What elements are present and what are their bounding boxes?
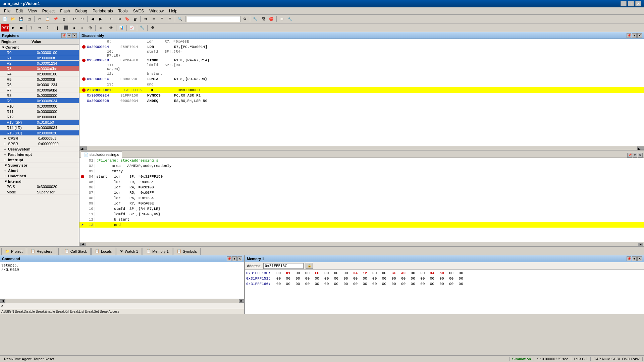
mem-float[interactable]: ▼ — [632, 256, 637, 261]
tab-registers[interactable]: 📋 Registers — [27, 248, 56, 255]
reset-button[interactable]: RST — [1, 24, 9, 32]
open-button[interactable]: 📂 — [9, 15, 17, 23]
cmd-hscroll-left[interactable]: ◀ — [0, 299, 5, 303]
minimize-button[interactable]: ─ — [621, 1, 627, 6]
cmd-float[interactable]: ▼ — [232, 256, 237, 261]
src-gutter-13[interactable]: ➤ — [79, 223, 86, 228]
disasm-pin[interactable]: 📌 — [627, 33, 631, 38]
reg-r5[interactable]: R5 0x000000ff — [0, 77, 79, 82]
expand-irq-icon[interactable]: + — [4, 158, 8, 162]
undo-button[interactable]: ↩ — [70, 15, 78, 23]
cmd-pin[interactable]: 📌 — [227, 256, 231, 261]
disasm-hscroll-left[interactable]: ◀ — [80, 146, 87, 150]
rebuild-button[interactable]: 🏗 — [260, 15, 267, 23]
expand-fiq-icon[interactable]: + — [4, 153, 8, 157]
run-to-cursor[interactable]: →| — [52, 24, 59, 32]
mem-pin[interactable]: 📌 — [627, 256, 631, 261]
enable-bp[interactable]: ◎ — [87, 24, 94, 32]
reg-r15[interactable]: R15 (PC) 0x30000020 — [0, 130, 79, 136]
src-gutter-04[interactable] — [79, 175, 86, 178]
expand-svc-icon[interactable]: ▼ — [4, 163, 8, 167]
show-watch[interactable]: 👁 — [107, 24, 115, 32]
reg-r2[interactable]: R2 0x00001234 — [0, 61, 79, 66]
reg-group-current[interactable]: ▼ Current — [0, 45, 79, 50]
src-float[interactable]: ▼ — [633, 153, 637, 158]
reg-r8[interactable]: R8 0x00000000 — [0, 93, 79, 98]
tab-project[interactable]: 📁 Project — [1, 248, 26, 255]
source-content[interactable]: 01 ;Filename: stackaddressing.s 02 area … — [79, 158, 644, 242]
menu-window[interactable]: Window — [147, 8, 166, 14]
build-button[interactable]: 🔧 — [252, 15, 259, 23]
reg-group-abt[interactable]: + Abort — [0, 168, 79, 173]
reg-r13[interactable]: R13 (SP) 0x31fff150 — [0, 120, 79, 125]
reg-r9[interactable]: R9 0x00008034 — [0, 98, 79, 104]
src-hscrollbar[interactable]: ◀ ▶ — [79, 242, 644, 246]
target-options[interactable]: ⚙ — [241, 15, 249, 23]
menu-edit[interactable]: Edit — [13, 8, 25, 14]
reg-group-und[interactable]: + Undefined — [0, 173, 79, 179]
source-tab-stackaddressing[interactable]: 📄 stackaddressing.s — [81, 152, 122, 158]
reg-group-internal[interactable]: ▼ Internal — [0, 179, 79, 184]
reg-group-fiq[interactable]: + Fast Interrupt — [0, 152, 79, 157]
reg-pin-btn[interactable]: 📌 — [61, 33, 66, 38]
show-logic[interactable]: 📈 — [128, 24, 136, 32]
cmd-input[interactable] — [5, 304, 243, 308]
reg-scroll[interactable]: ▼ Current R0 0x00000100 R1 0x000000ff R2… — [0, 45, 79, 246]
menu-svcs[interactable]: SVCS — [130, 8, 147, 14]
src-close[interactable]: ✕ — [638, 153, 643, 158]
save-all-button[interactable]: 🗂 — [25, 15, 33, 23]
reg-group-irq[interactable]: + Interrupt — [0, 157, 79, 163]
mem-addr-input[interactable] — [263, 263, 304, 269]
run-button[interactable]: ▶ — [9, 24, 17, 32]
menu-debug[interactable]: Debug — [73, 8, 90, 14]
save-button[interactable]: 💾 — [17, 15, 25, 23]
expand-und-icon[interactable]: + — [4, 174, 8, 178]
close-button[interactable]: ✕ — [635, 1, 641, 6]
customize-button[interactable]: 🔧 — [286, 15, 293, 23]
reg-r11[interactable]: R11 0x00000000 — [0, 109, 79, 114]
step-out[interactable]: ⤴ — [44, 24, 51, 32]
show-disasm[interactable]: ≡ — [97, 24, 104, 32]
menu-help[interactable]: Help — [166, 8, 180, 14]
expand-cpsr-icon[interactable]: + — [4, 136, 8, 140]
menu-project[interactable]: Project — [40, 8, 57, 14]
reg-r12[interactable]: R12 0x00000000 — [0, 114, 79, 120]
disasm-close[interactable]: ✕ — [637, 33, 642, 38]
bookmark-next[interactable]: ⇥ — [115, 15, 123, 23]
uncomment-button[interactable]: // — [166, 15, 173, 23]
disasm-hscrollbar[interactable]: ◀ ▶ — [79, 146, 644, 150]
mem-close[interactable]: ✕ — [637, 256, 642, 261]
src-pin[interactable]: 📌 — [627, 153, 632, 158]
target-select[interactable] — [187, 16, 240, 22]
reg-r3[interactable]: R3 0x0000a0be — [0, 66, 79, 71]
expand-abt-icon[interactable]: + — [4, 169, 8, 173]
reg-group-svc[interactable]: ▼ Supervisor — [0, 163, 79, 168]
stop-build[interactable]: ⛔ — [268, 15, 275, 23]
comment-button[interactable]: // — [158, 15, 165, 23]
redo-button[interactable]: ↪ — [78, 15, 86, 23]
print-button[interactable]: 🖨 — [60, 15, 67, 23]
disasm-hscroll-right[interactable]: ▶ — [637, 146, 644, 150]
reg-spsr[interactable]: + SPSR 0x00000000 — [0, 141, 79, 146]
reg-pc-dollar[interactable]: PC $ 0x30000020 — [0, 184, 79, 189]
cmd-close[interactable]: ✕ — [237, 256, 242, 261]
window-layout[interactable]: ⊞ — [278, 15, 285, 23]
disasm-bp-18[interactable] — [81, 59, 87, 62]
expand-internal-icon[interactable]: ▼ — [4, 179, 8, 183]
step-into[interactable]: ⤵ — [28, 24, 35, 32]
expand-spsr-icon[interactable]: + — [4, 142, 8, 146]
tab-memory1[interactable]: 📋 Memory 1 — [143, 248, 172, 255]
reg-r14[interactable]: R14 (LR) 0x00008034 — [0, 125, 79, 130]
tab-locals[interactable]: 📋 Locals — [91, 248, 115, 255]
disasm-float[interactable]: ▼ — [632, 33, 637, 38]
expand-current-icon[interactable]: ▼ — [1, 45, 5, 49]
menu-peripherals[interactable]: Peripherals — [90, 8, 116, 14]
disasm-content[interactable]: 9: ldr R7, =0xA0BE 0x30000014 E59F7014 L… — [79, 39, 644, 146]
expand-user-icon[interactable]: + — [4, 147, 8, 151]
breakpoints-button[interactable]: ⬛ — [62, 24, 70, 32]
tab-watch1[interactable]: 👁 Watch 1 — [116, 248, 142, 255]
reg-float-btn[interactable]: ▼ — [67, 33, 71, 38]
show-perf[interactable]: 📊 — [118, 24, 125, 32]
src-hscroll-right[interactable]: ▶ — [638, 243, 643, 246]
stop-button[interactable]: ⏹ — [17, 24, 25, 32]
